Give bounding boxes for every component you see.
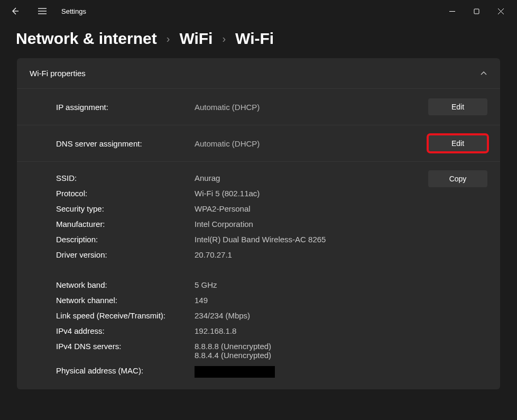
maximize-icon [474, 8, 479, 14]
dns-assignment-edit-button[interactable]: Edit [428, 135, 487, 152]
detail-label: Driver version: [56, 250, 195, 259]
detail-row: Security type:WPA2-Personal [56, 201, 487, 216]
ip-assignment-row: IP assignment: Automatic (DHCP) Edit [17, 89, 500, 125]
titlebar: Settings [0, 0, 517, 22]
breadcrumb-wifi-network: Wi-Fi [235, 30, 274, 48]
detail-label: IPv4 address: [56, 326, 195, 335]
detail-label: Link speed (Receive/Transmit): [56, 311, 195, 320]
ip-assignment-label: IP assignment: [56, 103, 195, 112]
detail-label: Network channel: [56, 296, 195, 305]
detail-row: Description:Intel(R) Dual Band Wireless-… [56, 232, 487, 247]
app-title: Settings [61, 7, 86, 15]
detail-row: IPv4 DNS servers:8.8.8.8 (Unencrypted)8.… [56, 339, 487, 363]
panel-header[interactable]: Wi-Fi properties [17, 58, 500, 89]
wifi-properties-panel: Wi-Fi properties IP assignment: Automati… [17, 58, 500, 389]
redacted-mac [195, 366, 275, 378]
detail-row: Driver version:20.70.27.1 [56, 247, 487, 262]
detail-label: Security type: [56, 204, 195, 213]
minimize-icon [449, 8, 455, 14]
hamburger-button[interactable] [32, 3, 53, 20]
detail-value: 149 [195, 296, 487, 305]
dns-assignment-label: DNS server assignment: [56, 139, 195, 148]
detail-value: 5 GHz [195, 280, 487, 289]
detail-label: Physical address (MAC): [56, 366, 195, 378]
panel-title: Wi-Fi properties [30, 69, 86, 78]
detail-value: 20.70.27.1 [195, 250, 487, 259]
hamburger-icon [38, 8, 47, 14]
dns-assignment-value: Automatic (DHCP) [195, 139, 428, 148]
detail-value [195, 366, 487, 378]
svg-rect-4 [474, 9, 479, 14]
detail-row: Manufacturer:Intel Corporation [56, 216, 487, 232]
detail-label: IPv4 DNS servers: [56, 342, 195, 360]
detail-row: SSID:Anurag [56, 170, 487, 186]
ip-assignment-value: Automatic (DHCP) [195, 103, 428, 112]
dns-assignment-row: DNS server assignment: Automatic (DHCP) … [17, 125, 500, 162]
back-button[interactable] [4, 3, 25, 20]
detail-value: 192.168.1.8 [195, 326, 487, 335]
details-section: Copy SSID:AnuragProtocol:Wi-Fi 5 (802.11… [17, 162, 500, 389]
maximize-button[interactable] [464, 3, 488, 20]
chevron-right-icon: › [167, 33, 170, 45]
detail-label: Description: [56, 235, 195, 244]
detail-row: Link speed (Receive/Transmit):234/234 (M… [56, 308, 487, 323]
detail-label: Manufacturer: [56, 220, 195, 229]
detail-value: Intel(R) Dual Band Wireless-AC 8265 [195, 235, 487, 244]
ip-assignment-edit-button[interactable]: Edit [428, 98, 487, 115]
minimize-button[interactable] [440, 3, 464, 20]
detail-label: Protocol: [56, 189, 195, 198]
detail-row: Protocol:Wi-Fi 5 (802.11ac) [56, 186, 487, 201]
detail-value: Wi-Fi 5 (802.11ac) [195, 189, 487, 198]
copy-button[interactable]: Copy [428, 170, 487, 187]
detail-row: IPv4 address:192.168.1.8 [56, 323, 487, 339]
detail-value: Intel Corporation [195, 220, 487, 229]
detail-row: Network channel:149 [56, 293, 487, 308]
chevron-up-icon [480, 70, 487, 77]
close-icon [498, 8, 504, 14]
breadcrumb-wifi[interactable]: WiFi [179, 30, 213, 48]
breadcrumb-network[interactable]: Network & internet [16, 30, 157, 48]
chevron-right-icon: › [222, 33, 226, 45]
detail-value: WPA2-Personal [195, 204, 487, 213]
detail-label: Network band: [56, 280, 195, 289]
detail-value: 8.8.8.8 (Unencrypted)8.8.4.4 (Unencrypte… [195, 342, 487, 360]
detail-row: Network band:5 GHz [56, 277, 487, 293]
breadcrumb: Network & internet › WiFi › Wi-Fi [0, 22, 517, 58]
detail-value: 234/234 (Mbps) [195, 311, 487, 320]
back-arrow-icon [11, 7, 19, 15]
detail-label: SSID: [56, 174, 195, 182]
close-button[interactable] [488, 3, 513, 20]
detail-row: Physical address (MAC): [56, 363, 487, 381]
